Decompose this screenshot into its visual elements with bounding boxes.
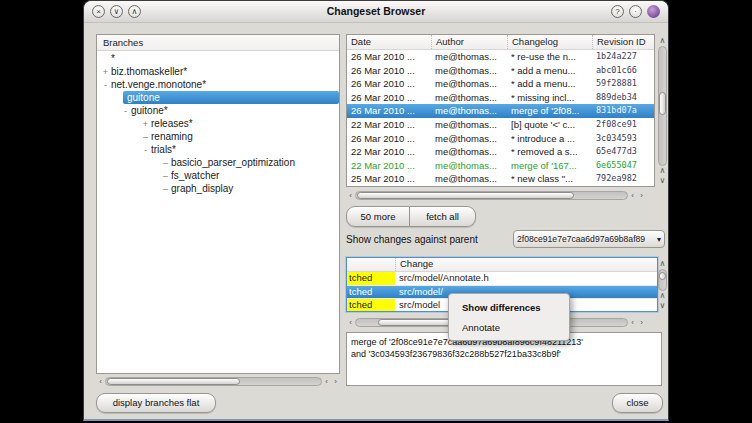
tree-item-guitone-star[interactable]: -guitone* <box>97 104 339 117</box>
branches-panel: Branches * +biz.thomaskeller* -net.venge… <box>96 34 340 374</box>
close-window-icon[interactable]: × <box>92 5 105 18</box>
tree-item-fs-watcher[interactable]: –fs_watcher <box>97 169 339 182</box>
scrollbar-thumb[interactable] <box>107 378 240 385</box>
scrollbar-track[interactable] <box>355 191 628 200</box>
expander-icon[interactable]: + <box>100 66 111 78</box>
column-header-status[interactable] <box>347 258 395 271</box>
unshade-icon[interactable]: ∧ <box>128 5 141 18</box>
tree-item-releases[interactable]: +releases* <box>97 117 339 130</box>
table-row[interactable]: 26 Mar 2010 ...me@thomas...* add a menu.… <box>347 64 654 78</box>
column-header-revision-id[interactable]: Revision ID <box>592 35 654 49</box>
tree-item-basicio-parser-optimization[interactable]: –basicio_parser_optimization <box>97 156 339 169</box>
scroll-left-icon[interactable]: ‹ <box>628 191 637 201</box>
table-row[interactable]: 22 Mar 2010 ...me@thomas...* removed a s… <box>347 145 654 159</box>
column-header-date[interactable]: Date <box>347 35 431 49</box>
table-row[interactable]: 26 Mar 2010 ...me@thomas...* missing inc… <box>347 91 654 105</box>
scroll-left-icon[interactable]: ‹ <box>628 318 637 328</box>
scroll-up-icon[interactable]: ∧ <box>658 259 667 269</box>
branches-hscrollbar[interactable]: ‹ ‹ › <box>96 376 340 387</box>
status-badge: tched <box>347 272 395 285</box>
scroll-down-icon[interactable]: ∨ <box>658 301 667 311</box>
menu-item-show-differences[interactable]: Show differences <box>449 298 569 318</box>
column-header-change[interactable]: Change <box>395 258 657 271</box>
scroll-right-icon[interactable]: › <box>331 377 340 387</box>
table-row[interactable]: 26 Mar 2010 ...me@thomas...* re-use the … <box>347 50 654 64</box>
close-button[interactable]: close <box>612 393 663 413</box>
branch-connector: – <box>160 170 171 182</box>
keep-above-icon[interactable]: · <box>629 5 642 18</box>
table-row[interactable]: 26 Mar 2010 ...me@thomas...* add a menu.… <box>347 77 654 91</box>
branch-connector: – <box>140 131 151 143</box>
fetch-50-more-button[interactable]: 50 more <box>346 206 410 227</box>
revisions-vscrollbar[interactable]: ∧ ∧ ∨ <box>657 36 668 186</box>
revisions-table: Date Author Changelog Revision ID 26 Mar… <box>346 34 655 187</box>
titlebar[interactable]: Changeset Browser × ∨ ∧ ? · <box>84 1 668 23</box>
tree-item-guitone-selected[interactable]: guitone <box>123 91 339 104</box>
shade-icon[interactable]: ∨ <box>110 5 123 18</box>
changeset-browser-window: Changeset Browser × ∨ ∧ ? · Branches * +… <box>83 0 669 421</box>
branch-connector: – <box>160 157 171 169</box>
tree-item-root[interactable]: * <box>97 52 339 65</box>
app-icon <box>647 5 660 18</box>
expander-icon[interactable]: - <box>120 105 131 117</box>
tree-item-trials[interactable]: -trials* <box>97 143 339 156</box>
scroll-up-icon[interactable]: ∧ <box>658 36 667 46</box>
branches-header: Branches <box>97 35 339 51</box>
status-badge: tched <box>347 286 395 298</box>
dropdown-value: 2f08ce91e7e7caa6d97a69b8af89 <box>517 234 655 244</box>
scroll-left-icon[interactable]: ‹ <box>322 377 331 387</box>
branches-tree: * +biz.thomaskeller* -net.venge.monotone… <box>97 51 339 195</box>
table-row-merge[interactable]: 22 Mar 2010 ...me@thomas...merge of '167… <box>347 159 654 173</box>
help-icon[interactable]: ? <box>611 5 624 18</box>
scroll-left-icon[interactable]: ‹ <box>346 191 355 201</box>
scroll-right-icon[interactable]: › <box>637 191 646 201</box>
changelog-line-2: and '3c034593f23679836f32c288b527f21ba33… <box>351 348 657 360</box>
expander-icon[interactable]: - <box>100 79 111 91</box>
table-row[interactable]: 22 Mar 2010 ...me@thomas...[b] quote '<'… <box>347 118 654 132</box>
context-menu: Show differences Annotate <box>448 293 570 341</box>
revisions-hscrollbar[interactable]: ‹ ‹ › <box>346 190 646 201</box>
display-branches-flat-button[interactable]: display branches flat <box>96 393 216 413</box>
parent-revision-dropdown[interactable]: 2f08ce91e7e7caa6d97a69b8af89 ▾ <box>513 230 665 248</box>
scrollbar-track[interactable] <box>658 269 667 291</box>
expander-icon[interactable]: - <box>140 144 151 156</box>
tree-item-renaming[interactable]: –renaming <box>97 130 339 143</box>
scroll-right-icon[interactable]: › <box>637 318 646 328</box>
scrollbar-thumb[interactable] <box>659 272 666 280</box>
scrollbar-thumb[interactable] <box>659 92 666 116</box>
menu-item-annotate[interactable]: Annotate <box>449 318 569 338</box>
fetch-all-button[interactable]: fetch all <box>410 206 476 227</box>
window-title: Changeset Browser <box>84 5 668 17</box>
fetch-button-group: 50 more fetch all <box>346 206 476 227</box>
titlebar-right-buttons: ? · <box>611 5 660 18</box>
scroll-down-icon[interactable]: ∨ <box>658 176 667 186</box>
tree-item-net-venge-monotone[interactable]: -net.venge.monotone* <box>97 78 339 91</box>
scrollbar-track[interactable] <box>105 377 322 386</box>
expander-icon[interactable]: + <box>140 118 151 130</box>
scroll-up-icon[interactable]: ∧ <box>658 291 667 301</box>
scrollbar-thumb[interactable] <box>357 192 574 199</box>
tree-item-biz-thomaskeller[interactable]: +biz.thomaskeller* <box>97 65 339 78</box>
titlebar-left-buttons: × ∨ ∧ <box>92 5 141 18</box>
branch-connector: – <box>160 183 171 195</box>
chevron-down-icon: ▾ <box>655 235 661 244</box>
scrollbar-track[interactable] <box>658 46 667 166</box>
revisions-table-header: Date Author Changelog Revision ID <box>347 35 654 50</box>
parent-selector-label: Show changes against parent <box>346 234 478 245</box>
table-row[interactable]: 26 Mar 2010 ...me@thomas...* introduce a… <box>347 132 654 146</box>
change-row-annotate-h[interactable]: tchedsrc/model/Annotate.h <box>347 272 657 285</box>
table-row-selected[interactable]: 26 Mar 2010 ...me@thomas...merge of '2f0… <box>347 104 654 118</box>
changes-vscrollbar[interactable]: ∧ ∧ ∨ <box>657 259 668 311</box>
column-header-author[interactable]: Author <box>431 35 507 49</box>
table-row[interactable]: 25 Mar 2010 ...me@thomas...* new class "… <box>347 172 654 186</box>
changes-table-header: Change <box>347 258 657 272</box>
scroll-up-icon[interactable]: ∧ <box>658 166 667 176</box>
status-badge: tched <box>347 299 395 311</box>
scroll-left-icon[interactable]: ‹ <box>96 377 105 387</box>
tree-item-graph-display[interactable]: –graph_display <box>97 182 339 195</box>
scroll-left-icon[interactable]: ‹ <box>346 318 355 328</box>
column-header-changelog[interactable]: Changelog <box>507 35 592 49</box>
